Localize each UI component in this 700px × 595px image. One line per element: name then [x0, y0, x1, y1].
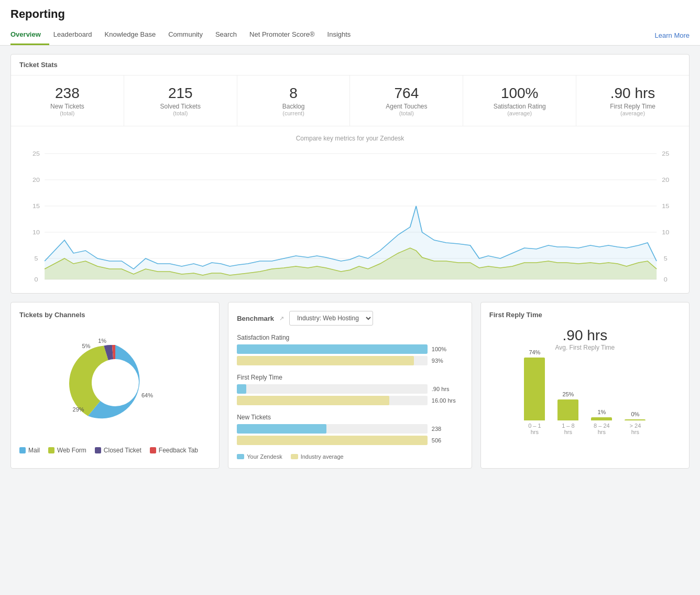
bench-leg-industry-dot [291, 454, 298, 459]
benchmark-frt-industry-fill [237, 396, 389, 405]
frt-pct-24plus: 0% [631, 411, 639, 417]
benchmark-industry-select[interactable]: Industry: Web Hosting [289, 311, 373, 326]
legend-mail: Mail [19, 447, 40, 454]
frt-label-8-24: 8 – 24hrs [594, 423, 610, 435]
metrics-svg-chart: 25 20 15 10 5 0 25 20 15 10 5 0 [19, 148, 681, 285]
learn-more-link[interactable]: Learn More [655, 31, 690, 39]
svg-text:15: 15 [662, 203, 669, 210]
channels-header: Tickets by Channels [19, 311, 211, 319]
stat-new-tickets: 238 New Tickets (total) [11, 75, 124, 126]
benchmark-header-row: Benchmark ↗ Industry: Web Hosting [237, 311, 463, 326]
tab-nps[interactable]: Net Promoter Score® [249, 25, 323, 45]
legend-mail-label: Mail [28, 447, 40, 454]
legend-closed-label: Closed Ticket [104, 447, 141, 454]
svg-text:0: 0 [35, 276, 38, 283]
ticket-stats-header: Ticket Stats [11, 55, 689, 75]
first-reply-time-card: First Reply Time .90 hrs Avg. First Repl… [480, 302, 690, 469]
tab-search[interactable]: Search [215, 25, 245, 45]
tab-insights[interactable]: Insights [327, 25, 359, 45]
bench-leg-your-dot [237, 454, 244, 459]
frt-bar-24plus: 0% > 24hrs [625, 411, 646, 435]
frt-pct-8-24: 1% [597, 409, 606, 415]
svg-point-29 [92, 359, 139, 406]
svg-text:15: 15 [32, 203, 40, 210]
benchmark-frt-label: First Reply Time [237, 374, 463, 381]
benchmark-satisfaction-industry-fill [237, 356, 414, 365]
bench-leg-your-label: Your Zendesk [247, 453, 282, 460]
benchmark-satisfaction-industry-value: 93% [432, 358, 463, 364]
benchmark-title: Benchmark [237, 315, 274, 322]
benchmark-bar-bg [237, 344, 428, 354]
page-title: Reporting [10, 0, 690, 25]
frt-sub-label: Avg. First Reply Time [489, 344, 681, 351]
tab-community[interactable]: Community [168, 25, 211, 45]
stat-agent-touches: 764 Agent Touches (total) [350, 75, 463, 126]
benchmark-frt-industry-bar: 16.00 hrs [237, 396, 463, 405]
svg-text:20. Oct: 20. Oct [262, 284, 281, 285]
benchmark-frt-bar-bg [237, 384, 428, 394]
benchmark-frt-your-fill [237, 384, 246, 394]
legend-feedback-label: Feedback Tab [159, 447, 198, 454]
nav-tabs: Overview Leaderboard Knowledge Base Comm… [10, 25, 363, 45]
frt-bar-col-0-1 [524, 358, 545, 420]
bench-leg-industry-avg: Industry average [291, 453, 344, 460]
benchmark-frt-industry-value: 16.00 hrs [432, 397, 463, 404]
channels-legend: Mail Web Form Closed Ticket Feedback Tab [19, 447, 211, 454]
svg-text:20: 20 [662, 177, 669, 183]
stats-row: 238 New Tickets (total) 215 Solved Ticke… [11, 75, 689, 126]
frt-bar-col-8-24 [591, 417, 612, 420]
svg-text:29. Sep: 29. Sep [54, 284, 75, 285]
chart-label-1: 1% [98, 338, 106, 344]
svg-text:0: 0 [664, 276, 668, 283]
frt-bar-1-8: 25% 1 – 8hrs [557, 391, 578, 435]
stat-first-reply-time: .90 hrs First Reply Time (average) [576, 75, 689, 126]
bottom-row: Tickets by Channels [10, 302, 690, 469]
benchmark-tickets-industry-value: 506 [432, 437, 463, 443]
legend-feedback-dot [150, 447, 156, 453]
benchmark-satisfaction-label: Satisfaction Rating [237, 334, 463, 341]
bench-leg-your-zendesk: Your Zendesk [237, 453, 282, 460]
metrics-chart-area: Compare key metrics for your Zendesk 25 … [11, 126, 689, 293]
benchmark-frt-bar-bg-2 [237, 396, 428, 405]
stat-solved-tickets: 215 Solved Tickets (total) [124, 75, 237, 126]
frt-bar-chart: 74% 0 – 1hrs 25% 1 – 8hrs 1% 8 – 24hrs 0… [489, 362, 681, 435]
benchmark-external-icon[interactable]: ↗ [279, 315, 284, 322]
benchmark-tickets-bar-bg [237, 424, 428, 434]
frt-bar-0-1: 74% 0 – 1hrs [524, 349, 545, 435]
legend-webform: Web Form [48, 447, 86, 454]
svg-text:20: 20 [32, 177, 40, 183]
frt-big-number-area: .90 hrs Avg. First Reply Time [489, 327, 681, 351]
benchmark-legend: Your Zendesk Industry average [237, 453, 463, 460]
legend-webform-dot [48, 447, 54, 453]
legend-closed-ticket: Closed Ticket [95, 447, 141, 454]
benchmark-tickets-your-value: 238 [432, 426, 463, 432]
benchmark-tickets-label: New Tickets [237, 414, 463, 421]
benchmark-satisfaction-industry-bar: 93% [237, 356, 463, 365]
benchmark-satisfaction-your-fill [237, 344, 428, 354]
legend-webform-label: Web Form [57, 447, 86, 454]
svg-text:24. Nov: 24. Nov [607, 284, 628, 285]
svg-text:27. Oct: 27. Oct [331, 284, 351, 285]
bench-leg-industry-label: Industry average [301, 453, 344, 460]
frt-card-header: First Reply Time [489, 311, 681, 319]
benchmark-tickets-bar-bg-2 [237, 436, 428, 445]
benchmark-satisfaction-your-value: 100% [432, 346, 463, 352]
tab-leaderboard[interactable]: Leaderboard [53, 25, 101, 45]
stat-backlog: 8 Backlog (current) [237, 75, 351, 126]
benchmark-tickets-industry-bar: 506 [237, 436, 463, 445]
frt-pct-1-8: 25% [562, 391, 574, 397]
tab-knowledge-base[interactable]: Knowledge Base [105, 25, 165, 45]
chart-title: Compare key metrics for your Zendesk [19, 135, 681, 142]
benchmark-tickets-your-fill [237, 424, 326, 434]
benchmark-frt-your-value: .90 hrs [432, 386, 463, 392]
chart-container: 25 20 15 10 5 0 25 20 15 10 5 0 [19, 148, 681, 285]
frt-label-24plus: > 24hrs [630, 423, 641, 435]
svg-text:6. Oct: 6. Oct [126, 284, 142, 285]
benchmark-card: Benchmark ↗ Industry: Web Hosting Satisf… [228, 302, 472, 469]
tab-overview[interactable]: Overview [10, 25, 49, 45]
svg-text:5: 5 [35, 255, 38, 262]
frt-bar-8-24: 1% 8 – 24hrs [591, 409, 612, 435]
svg-text:25: 25 [32, 150, 40, 157]
svg-text:5: 5 [664, 255, 668, 262]
benchmark-new-tickets: New Tickets 238 506 [237, 414, 463, 445]
